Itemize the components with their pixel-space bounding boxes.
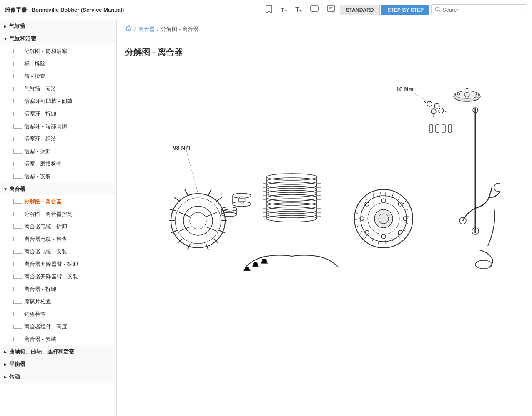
chevron-down-icon-cylinder: ▼ bbox=[3, 37, 8, 41]
sidebar-section-transmission[interactable]: ► 传动 bbox=[0, 371, 116, 383]
sidebar-item-friction-inspect[interactable]: 摩擦片检查 bbox=[0, 295, 116, 308]
tree-line bbox=[13, 275, 22, 279]
tree-line bbox=[13, 250, 22, 254]
svg-point-90 bbox=[381, 234, 386, 239]
svg-line-5 bbox=[439, 10, 441, 12]
sidebar-section-top[interactable]: ► 气缸盖 bbox=[0, 20, 116, 33]
font-decrease-button[interactable]: T− bbox=[278, 5, 290, 15]
sidebar-item-clutch-height[interactable]: 离合器组件 - 高度 bbox=[0, 320, 116, 333]
sidebar-section-clutch[interactable]: ▼ 离合器 bbox=[0, 183, 116, 195]
sidebar-section-balance-label: 平衡器 bbox=[9, 361, 25, 368]
breadcrumb-clutch[interactable]: 离合器 bbox=[138, 25, 155, 33]
bottom-right-assembly bbox=[475, 208, 495, 269]
svg-point-55 bbox=[222, 207, 237, 211]
sidebar-item-piston-install[interactable]: 活塞 - 安装 bbox=[0, 170, 116, 183]
sidebar-item-label: 活塞 - 磨损检查 bbox=[24, 160, 62, 168]
svg-rect-103 bbox=[442, 125, 445, 132]
breadcrumb-home-icon[interactable] bbox=[125, 25, 132, 33]
svg-point-95 bbox=[431, 109, 436, 114]
sidebar-item-barrel-inspect[interactable]: 筒 - 检查 bbox=[0, 70, 116, 83]
svg-line-78 bbox=[378, 240, 379, 244]
tree-line bbox=[13, 337, 22, 341]
tree-line bbox=[13, 325, 22, 329]
svg-point-19 bbox=[267, 203, 317, 209]
sidebar-resize-handle[interactable] bbox=[115, 20, 116, 416]
sidebar-item-ring-groove[interactable]: 活塞环到凹槽 - 间隙 bbox=[0, 95, 116, 108]
sidebar-item-arm-install[interactable]: 离合器开降器臂 - 安装 bbox=[0, 270, 116, 283]
sidebar-item-barrel-remove[interactable]: 桶 - 拆除 bbox=[0, 58, 116, 70]
sidebar-item-label: 活塞环 - 拆卸 bbox=[24, 110, 56, 118]
sidebar: ► 气缸盖 ▼ 气缸和活塞 分解图 - 筒和活塞 桶 - 拆除 筒 - 检查 气… bbox=[0, 20, 117, 416]
sidebar-item-label: 气缸筒 - 安装 bbox=[24, 85, 56, 93]
tree-line bbox=[13, 262, 22, 266]
sidebar-item-label: 分解图 - 离合器控制 bbox=[24, 210, 73, 218]
sidebar-item-label: 活塞环到凹槽 - 间隙 bbox=[24, 98, 73, 105]
sidebar-section-crankshaft[interactable]: ► 曲轴箱、曲轴、连杆和活塞 bbox=[0, 345, 116, 358]
sidebar-item-steel-inspect[interactable]: 钢板检查 bbox=[0, 308, 116, 320]
sidebar-item-cylinder-install[interactable]: 气缸筒 - 安装 bbox=[0, 83, 116, 95]
tree-line bbox=[13, 312, 22, 316]
sidebar-item-label: 分解图 - 离合器 bbox=[24, 198, 62, 205]
tree-line bbox=[13, 49, 22, 53]
sidebar-item-arm-remove[interactable]: 离合器开降器臂 - 拆卸 bbox=[0, 258, 116, 270]
svg-line-80 bbox=[365, 235, 367, 239]
svg-line-98 bbox=[439, 103, 443, 106]
standard-view-button[interactable]: STANDARD bbox=[340, 5, 380, 15]
svg-line-82 bbox=[356, 226, 359, 227]
svg-point-50 bbox=[233, 193, 251, 198]
torque-label-10nm: 10 Nm bbox=[396, 86, 414, 93]
diagram-container: 98 Nm 10 Nm bbox=[117, 62, 532, 289]
sidebar-item-label: 钢板检查 bbox=[24, 310, 46, 318]
svg-point-26 bbox=[267, 174, 317, 180]
sidebar-item-ring-remove[interactable]: 活塞环 - 拆卸 bbox=[0, 108, 116, 120]
clutch-exploded-diagram: 98 Nm 10 Nm bbox=[125, 66, 500, 283]
sidebar-item-cable-install[interactable]: 离合器电缆 - 安装 bbox=[0, 245, 116, 258]
sidebar-item-exploded-barrel[interactable]: 分解图 - 筒和活塞 bbox=[0, 45, 116, 58]
sidebar-section-crankshaft-label: 曲轴箱、曲轴、连杆和活塞 bbox=[9, 348, 74, 355]
svg-point-4 bbox=[436, 7, 439, 11]
svg-point-93 bbox=[427, 101, 432, 106]
sidebar-item-exploded-clutch[interactable]: 分解图 - 离合器 bbox=[0, 195, 116, 208]
sidebar-item-clutch-install[interactable]: 离合器 - 安装 bbox=[0, 333, 116, 345]
svg-rect-0 bbox=[311, 6, 318, 11]
search-input[interactable] bbox=[442, 7, 523, 13]
sidebar-item-cable-remove[interactable]: 离合器电缆 - 拆卸 bbox=[0, 220, 116, 233]
sidebar-item-label: 离合器开降器臂 - 拆卸 bbox=[24, 260, 78, 268]
tree-line bbox=[13, 237, 22, 241]
sidebar-item-piston-remove[interactable]: 活塞 - 拆卸 bbox=[0, 145, 116, 158]
stepbystep-view-button[interactable]: STEP-BY-STEP bbox=[381, 5, 429, 15]
sidebar-section-clutch-label: 离合器 bbox=[9, 185, 25, 193]
sidebar-item-exploded-clutch-ctrl[interactable]: 分解图 - 离合器控制 bbox=[0, 208, 116, 220]
svg-line-100 bbox=[444, 111, 447, 112]
sidebar-item-piston-wear[interactable]: 活塞 - 磨损检查 bbox=[0, 158, 116, 170]
comment-button[interactable] bbox=[307, 4, 322, 16]
svg-point-86 bbox=[381, 199, 386, 203]
sidebar-item-label: 活塞环 - 端部间隙 bbox=[24, 123, 67, 130]
sidebar-item-clutch-remove[interactable]: 离合器 - 拆卸 bbox=[0, 283, 116, 295]
bookmark-button[interactable] bbox=[262, 3, 276, 17]
svg-point-22 bbox=[267, 190, 317, 197]
annotation-button[interactable] bbox=[324, 4, 339, 16]
svg-point-16 bbox=[267, 215, 317, 222]
chevron-right-icon-crankshaft: ► bbox=[3, 350, 8, 354]
svg-point-109 bbox=[494, 183, 500, 192]
sidebar-item-ring-gap[interactable]: 活塞环 - 端部间隙 bbox=[0, 120, 116, 133]
font-increase-button[interactable]: T+ bbox=[292, 5, 305, 15]
sidebar-section-balance[interactable]: ► 平衡器 bbox=[0, 358, 116, 371]
sidebar-section-cylinder[interactable]: ▼ 气缸和活塞 bbox=[0, 33, 116, 45]
seals-rings bbox=[222, 193, 251, 217]
svg-point-94 bbox=[434, 103, 439, 108]
svg-point-18 bbox=[267, 207, 317, 214]
tree-line bbox=[13, 300, 22, 304]
sidebar-item-ring-assemble[interactable]: 活塞环 - 组装 bbox=[0, 133, 116, 145]
svg-point-96 bbox=[439, 108, 444, 113]
breadcrumb: / 离合器 / 分解图 - 离合器 bbox=[117, 20, 532, 38]
sidebar-item-label: 离合器 - 拆卸 bbox=[24, 285, 56, 293]
torque-label-98nm: 98 Nm bbox=[173, 144, 191, 151]
sidebar-item-cable-inspect[interactable]: 离合器电缆 - 检查 bbox=[0, 233, 116, 245]
clutch-basket-gear bbox=[169, 187, 228, 252]
svg-point-25 bbox=[267, 178, 317, 184]
svg-point-49 bbox=[233, 202, 251, 207]
sidebar-item-label: 离合器组件 - 高度 bbox=[24, 323, 67, 330]
svg-point-8 bbox=[183, 206, 213, 235]
